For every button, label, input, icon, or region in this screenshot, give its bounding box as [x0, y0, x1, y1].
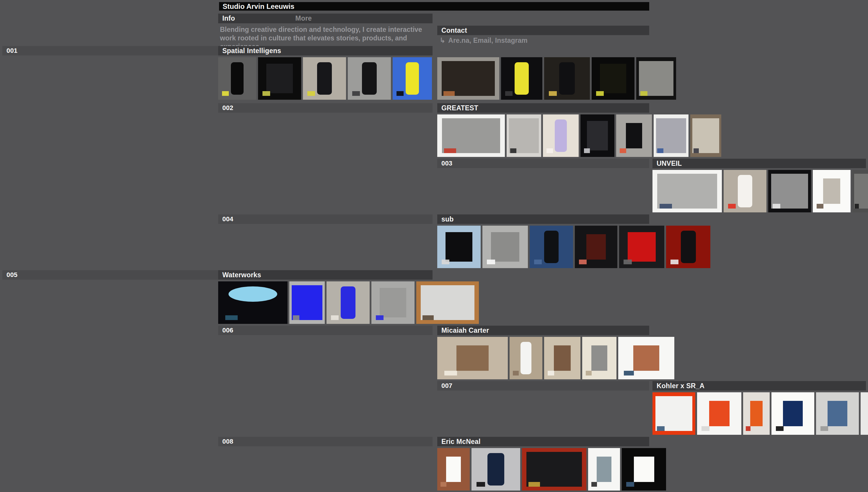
- warehouse-installation-thumbnail[interactable]: [437, 57, 499, 100]
- covers-angled-thumbnail[interactable]: [690, 115, 721, 157]
- hand-phone-gallery-thumbnail[interactable]: [510, 337, 542, 379]
- hand-phone-lavender-subject: [555, 120, 567, 152]
- article-page-thumbnail[interactable]: [588, 448, 620, 491]
- ceiling-light-discs-thumbnail[interactable]: [218, 281, 287, 324]
- info-tab[interactable]: Info: [222, 15, 235, 22]
- framed-art-concrete-thumbnail[interactable]: [616, 115, 652, 157]
- contact-links-text[interactable]: Are.na, Email, Instagram: [448, 36, 527, 45]
- covers-grid-thumbnail[interactable]: [437, 115, 505, 157]
- red-video-card-accent: [579, 260, 587, 264]
- photo-collage-tan-thumbnail[interactable]: [544, 337, 581, 379]
- hand-phone-gallery-subject: [520, 342, 532, 374]
- composites-bw-thumbnail[interactable]: [768, 170, 811, 212]
- gray-product-page-thumbnail[interactable]: [816, 392, 859, 435]
- script-typography-thumbnail[interactable]: [697, 392, 741, 435]
- gray-product-page-accent: [820, 426, 828, 431]
- red-landing-page-accent: [657, 426, 664, 431]
- covers-angled-accent: [694, 148, 699, 153]
- keyboard-typography-accent: [352, 91, 360, 96]
- project-004-number: 004: [218, 215, 432, 224]
- card-grid-thumbnail[interactable]: [636, 57, 676, 100]
- cards-cascade-subject: [657, 174, 717, 208]
- shoes-page-thumbnail[interactable]: [618, 337, 674, 379]
- keyboard-typography-subject: [362, 62, 377, 94]
- more-tab[interactable]: More: [295, 15, 312, 22]
- blue-map-accent: [293, 315, 299, 320]
- hand-phone-gold-sphere-thumbnail[interactable]: [544, 57, 590, 100]
- project-002-title-bar[interactable]: GREATEST: [437, 103, 649, 113]
- project-008-title-bar[interactable]: Eric McNeal: [437, 437, 649, 446]
- project-007-title-bar[interactable]: Kohler x SR_A: [653, 381, 866, 391]
- settings-panel-glow-thumbnail[interactable]: [592, 57, 634, 100]
- warehouse-installation-accent: [443, 91, 455, 96]
- landscape-card-page-accent: [441, 482, 446, 487]
- portrait-red-accent: [529, 482, 540, 487]
- partial-page-thumbnail[interactable]: [861, 392, 868, 435]
- water-image-page-thumbnail[interactable]: [771, 392, 814, 435]
- script-typography-subject: [709, 401, 730, 426]
- site-title-bar[interactable]: Studio Arvin Leeuwis: [219, 2, 649, 10]
- script-typography-accent: [702, 426, 709, 431]
- bw-water-thumbnail[interactable]: [852, 170, 868, 212]
- settings-panel-glow-subject: [600, 64, 627, 94]
- hand-phone-dots-subject: [317, 62, 332, 94]
- gallery-phones-yellow-accent: [505, 91, 513, 96]
- map-list-ui-thumbnail[interactable]: [371, 281, 415, 324]
- blue-phones-thumbnail[interactable]: [530, 226, 573, 268]
- red-curtain-phones-subject: [681, 231, 696, 263]
- bw-water-subject: [854, 174, 868, 208]
- dark-card-list-thumbnail[interactable]: [581, 115, 614, 157]
- blue-map-subject: [292, 285, 322, 320]
- shoes-page-accent: [624, 371, 634, 375]
- orange-speaker-box-thumbnail[interactable]: [743, 392, 770, 435]
- shoes-page-subject: [633, 345, 659, 371]
- gallery-vitrine-accent: [487, 260, 495, 264]
- landscape-card-page-thumbnail[interactable]: [437, 448, 470, 491]
- stairs-phone-thumbnail[interactable]: [218, 57, 256, 100]
- red-landing-page-thumbnail[interactable]: [653, 392, 695, 435]
- hand-phone-lavender-thumbnail[interactable]: [543, 115, 579, 157]
- project-005-title-bar[interactable]: Waterworks: [218, 270, 432, 280]
- blue-map-thumbnail[interactable]: [289, 281, 325, 324]
- info-bar: Info More: [218, 14, 432, 23]
- project-001-title-bar[interactable]: Spatial Intelligens: [218, 46, 432, 55]
- project-004-title-bar[interactable]: sub: [437, 215, 649, 224]
- red-curtain-phones-thumbnail[interactable]: [666, 226, 710, 268]
- photo-collage-tan-accent: [548, 371, 554, 375]
- card-grid-subject: [639, 61, 673, 96]
- studio-names-thumbnail[interactable]: [507, 115, 541, 157]
- phone-sax-photo-thumbnail[interactable]: [471, 448, 520, 491]
- red-landing-page-subject: [655, 396, 692, 431]
- cards-cascade-thumbnail[interactable]: [653, 170, 722, 212]
- black-doc-page-subject: [634, 457, 654, 482]
- sky-image-panel-thumbnail[interactable]: [437, 226, 480, 268]
- orange-speaker-box-accent: [746, 426, 750, 431]
- keyboard-typography-thumbnail[interactable]: [348, 57, 391, 100]
- portrait-red-thumbnail[interactable]: [522, 448, 586, 491]
- project-006-number: 006: [218, 326, 432, 335]
- floating-card-thumbnail[interactable]: [813, 170, 850, 212]
- gallery-phones-yellow-thumbnail[interactable]: [501, 57, 542, 100]
- editorial-page-thumbnail[interactable]: [582, 337, 616, 379]
- water-image-page-subject: [783, 401, 803, 426]
- photo-collage-beige-thumbnail[interactable]: [437, 337, 508, 379]
- hand-phone-dots-thumbnail[interactable]: [303, 57, 346, 100]
- hand-phone-blue-map-thumbnail[interactable]: [327, 281, 370, 324]
- hand-phone-gold-sphere-accent: [549, 91, 557, 96]
- contact-links[interactable]: ↳ Are.na, Email, Instagram: [440, 36, 527, 45]
- project-006-title-bar[interactable]: Micaiah Carter: [437, 326, 649, 335]
- yellow-phone-blue-wall-thumbnail[interactable]: [393, 57, 432, 100]
- floating-card-subject: [823, 178, 841, 204]
- red-cage-site-subject: [628, 232, 656, 262]
- red-cage-site-thumbnail[interactable]: [619, 226, 664, 268]
- covers-grid-large-thumbnail[interactable]: [654, 115, 688, 157]
- red-video-card-thumbnail[interactable]: [575, 226, 617, 268]
- dark-screens-thumbnail[interactable]: [258, 57, 301, 100]
- hand-phone-collage-thumbnail[interactable]: [724, 170, 767, 212]
- autumn-dam-photo-thumbnail[interactable]: [416, 281, 479, 324]
- bw-water-accent: [855, 204, 859, 208]
- site-title: Studio Arvin Leeuwis: [222, 2, 295, 10]
- gallery-vitrine-thumbnail[interactable]: [483, 226, 528, 268]
- black-doc-page-thumbnail[interactable]: [622, 448, 666, 491]
- project-003-title-bar[interactable]: UNVEIL: [653, 159, 866, 168]
